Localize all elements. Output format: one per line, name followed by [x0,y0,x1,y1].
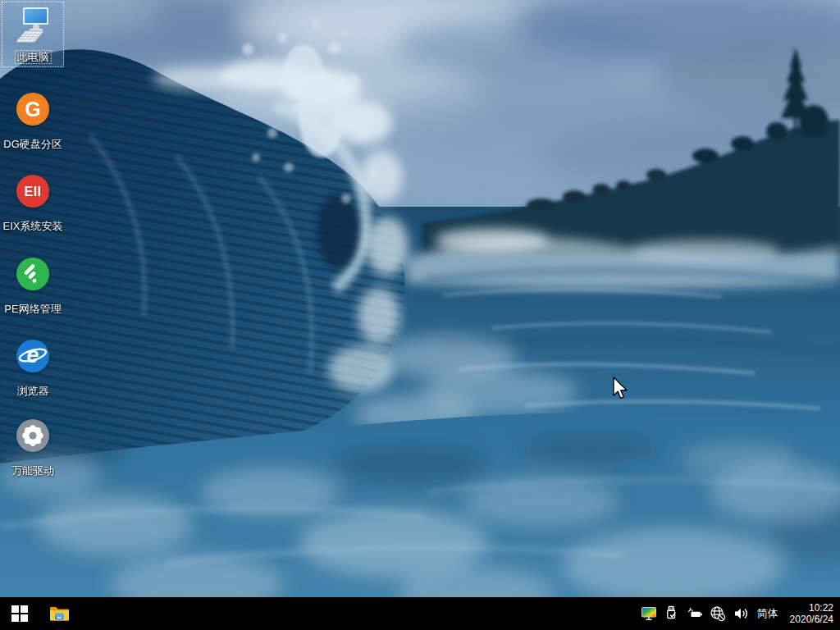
battery-charging-icon[interactable] [687,605,703,622]
start-button[interactable] [0,597,39,630]
svg-text:EII: EII [24,185,41,199]
icon-label-dg: DG硬盘分区 [1,137,65,151]
monitor-keyboard-icon [13,4,52,47]
svg-text:G: G [25,98,40,121]
icon-label-pe: PE网络管理 [2,302,63,316]
clock-date: 2020/6/24 [790,614,833,625]
desktop-icon-pe-network-manager[interactable]: PE网络管理 [2,252,64,319]
windows-start-icon [11,605,28,622]
file-explorer-button[interactable] [39,597,79,630]
gear-badge-icon [16,419,49,452]
system-tray: 简体 10:22 2020/6/24 [641,597,840,630]
svg-text:e: e [26,343,39,368]
ime-language-indicator[interactable]: 简体 [756,597,780,630]
desktop-icon-this-pc[interactable]: 此电脑 [2,2,64,67]
diagonal-bars-badge-icon [16,258,49,290]
letter-g-badge-icon: G [16,93,49,126]
desktop-icon-universal-driver[interactable]: 万能驱动 [2,413,64,481]
icon-label-eix: EIX系统安装 [1,219,66,233]
file-explorer-icon [49,605,69,622]
desktop-icon-browser[interactable]: e 浏览器 [2,334,64,401]
network-globe-offline-icon[interactable] [710,605,726,622]
internet-explorer-icon: e [16,340,49,372]
desktop-icon-dg-disk-partition[interactable]: G DG硬盘分区 [2,87,64,154]
wallpaper-ocean-wave [0,0,840,597]
volume-icon[interactable] [733,605,749,622]
icon-label-universal-driver: 万能驱动 [9,463,57,477]
taskbar: 简体 10:22 2020/6/24 [0,597,840,630]
icon-label-browser: 浏览器 [15,384,52,398]
usb-device-icon[interactable] [664,605,680,622]
display-color-icon[interactable] [641,605,657,622]
icon-label-this-pc: 此电脑 [15,50,52,64]
desktop-icon-eix-system-install[interactable]: EII EIX系统安装 [2,169,64,236]
desktop: 此电脑 G DG硬盘分区 EII EIX系统安装 [0,0,840,630]
clock-time: 10:22 [790,602,833,614]
eii-badge-icon: EII [16,175,49,208]
taskbar-clock[interactable]: 10:22 2020/6/24 [787,602,833,625]
